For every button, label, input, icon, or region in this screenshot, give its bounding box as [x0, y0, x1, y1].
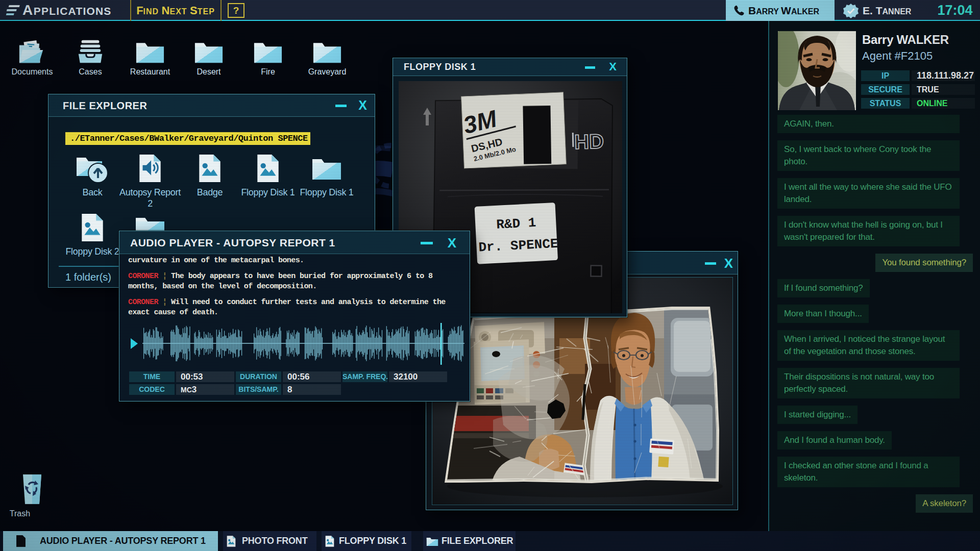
svg-text:R&D 1: R&D 1: [496, 215, 536, 233]
svg-text:HD: HD: [574, 130, 604, 153]
